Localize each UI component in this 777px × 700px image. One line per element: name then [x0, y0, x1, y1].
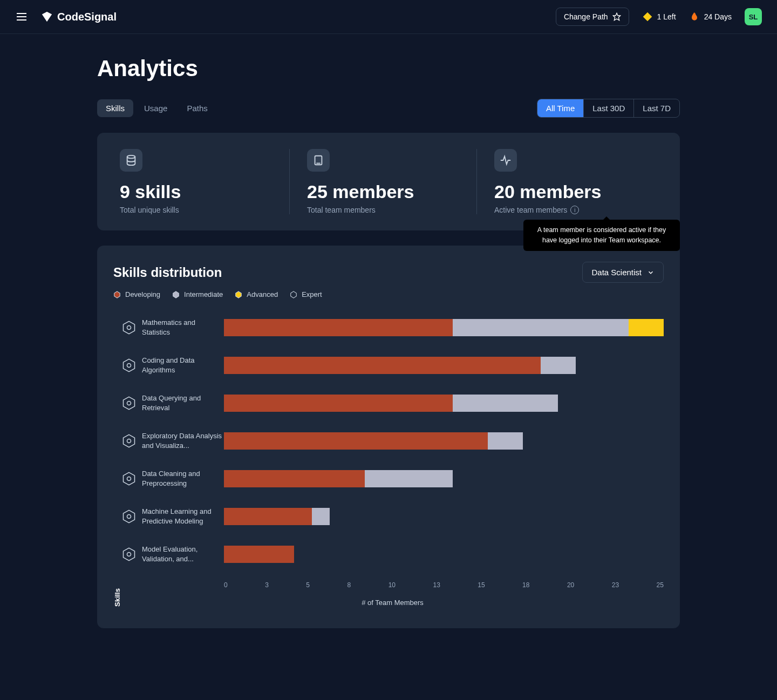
chart-row: Model Evaluation, Validation, and... — [121, 541, 664, 567]
stat-active-label-text: Active team members — [494, 206, 567, 214]
range-all-time[interactable]: All Time — [537, 99, 583, 117]
avatar[interactable]: SL — [745, 8, 762, 25]
skill-label: Data Cleaning and Preprocessing — [121, 469, 224, 488]
skill-hex-icon — [121, 547, 137, 562]
svg-marker-3 — [613, 13, 620, 20]
svg-point-16 — [127, 402, 131, 405]
chart-legend: DevelopingIntermediateAdvancedExpert — [113, 290, 664, 298]
bar-segment-developing[interactable] — [224, 319, 453, 336]
chevron-down-icon — [647, 269, 655, 276]
legend-label: Developing — [125, 290, 160, 298]
skill-label-text: Model Evaluation, Validation, and... — [142, 545, 224, 563]
bar-segment-intermediate[interactable] — [312, 508, 330, 525]
skill-label: Exploratory Data Analysis and Visualiza.… — [121, 431, 224, 450]
bar-segment-intermediate[interactable] — [541, 357, 576, 374]
bar-track — [224, 432, 664, 450]
hamburger-icon — [15, 10, 28, 23]
legend-label: Expert — [302, 290, 322, 298]
bar-segment-advanced[interactable] — [629, 319, 664, 336]
info-icon[interactable]: i — [570, 206, 579, 214]
tab-skills[interactable]: Skills — [97, 99, 133, 117]
x-tick: 0 — [224, 581, 228, 589]
svg-point-14 — [127, 364, 131, 368]
tab-paths[interactable]: Paths — [178, 99, 216, 117]
skill-label: Mathematics and Statistics — [121, 318, 224, 337]
stat-skills: 9 skills Total unique skills — [113, 149, 289, 214]
header-right: Change Path 1 Left 24 Days SL — [556, 8, 762, 26]
chart-body: Skills Mathematics and StatisticsCoding … — [113, 315, 664, 607]
legend-label: Intermediate — [184, 290, 223, 298]
range-last-30d[interactable]: Last 30D — [583, 99, 633, 117]
tab-usage[interactable]: Usage — [135, 99, 176, 117]
tabs-row: Skills Usage Paths All Time Last 30D Las… — [97, 99, 680, 118]
page-title: Analytics — [97, 56, 680, 81]
bar-track — [224, 319, 664, 336]
stat-skills-label: Total unique skills — [120, 206, 283, 214]
legend-item-advanced: Advanced — [235, 290, 278, 298]
skill-label-text: Machine Learning and Predictive Modeling — [142, 507, 224, 526]
bar-segment-developing[interactable] — [224, 470, 365, 487]
hex-icon — [172, 291, 180, 298]
stat-total-members: 25 members Total team members — [289, 149, 476, 214]
brand-logo[interactable]: CodeSignal — [41, 11, 117, 23]
bar-segment-intermediate[interactable] — [453, 395, 558, 412]
bar-track — [224, 508, 664, 525]
x-tick: 18 — [522, 581, 529, 589]
streak-pill[interactable]: 24 Days — [689, 11, 732, 22]
section-tabs: Skills Usage Paths — [97, 99, 216, 117]
range-last-7d[interactable]: Last 7D — [633, 99, 679, 117]
bar-segment-intermediate[interactable] — [488, 432, 523, 450]
svg-point-22 — [127, 515, 131, 519]
svg-marker-23 — [124, 548, 135, 560]
bar-segment-developing[interactable] — [224, 508, 312, 525]
skill-hex-icon — [121, 433, 137, 448]
svg-marker-10 — [291, 291, 297, 297]
left-pill[interactable]: 1 Left — [642, 11, 676, 22]
chart-row: Data Cleaning and Preprocessing — [121, 466, 664, 492]
x-tick: 10 — [388, 581, 396, 589]
x-tick: 13 — [433, 581, 440, 589]
skill-label: Model Evaluation, Validation, and... — [121, 545, 224, 563]
x-tick: 15 — [478, 581, 485, 589]
bar-segment-developing[interactable] — [224, 395, 453, 412]
svg-marker-8 — [173, 291, 179, 297]
book-icon — [307, 149, 330, 172]
database-icon — [120, 149, 142, 172]
bar-segment-developing[interactable] — [224, 432, 488, 450]
legend-item-intermediate: Intermediate — [172, 290, 223, 298]
role-dropdown[interactable]: Data Scientist — [582, 262, 664, 283]
skill-label: Coding and Data Algorithms — [121, 356, 224, 375]
bar-track — [224, 357, 664, 374]
svg-marker-19 — [124, 472, 135, 485]
role-dropdown-label: Data Scientist — [591, 268, 642, 277]
brand-icon — [41, 11, 53, 23]
svg-marker-11 — [124, 321, 135, 334]
change-path-button[interactable]: Change Path — [556, 8, 629, 26]
svg-marker-17 — [124, 434, 135, 447]
legend-label: Advanced — [247, 290, 278, 298]
chart-row: Coding and Data Algorithms — [121, 352, 664, 378]
streak-pill-text: 24 Days — [704, 12, 732, 21]
skill-label: Machine Learning and Predictive Modeling — [121, 507, 224, 526]
bar-segment-developing[interactable] — [224, 357, 541, 374]
stat-active-value: 20 members — [494, 181, 657, 202]
x-tick: 20 — [567, 581, 574, 589]
bar-segment-intermediate[interactable] — [365, 470, 453, 487]
avatar-initials: SL — [749, 13, 758, 21]
bar-segment-intermediate[interactable] — [453, 319, 629, 336]
skill-hex-icon — [121, 509, 137, 524]
chart-header: Skills distribution Data Scientist — [113, 262, 664, 283]
hex-icon — [113, 291, 121, 298]
diamond-icon — [642, 11, 653, 22]
legend-item-developing: Developing — [113, 290, 160, 298]
x-tick: 3 — [265, 581, 269, 589]
menu-button[interactable] — [15, 10, 28, 23]
skill-label-text: Data Cleaning and Preprocessing — [142, 469, 224, 488]
bar-segment-developing[interactable] — [224, 546, 294, 563]
header-left: CodeSignal — [15, 10, 117, 23]
skill-hex-icon — [121, 396, 137, 411]
stat-total-value: 25 members — [307, 181, 470, 202]
legend-item-expert: Expert — [290, 290, 322, 298]
svg-point-4 — [127, 155, 135, 159]
skill-label-text: Data Querying and Retrieval — [142, 393, 224, 412]
